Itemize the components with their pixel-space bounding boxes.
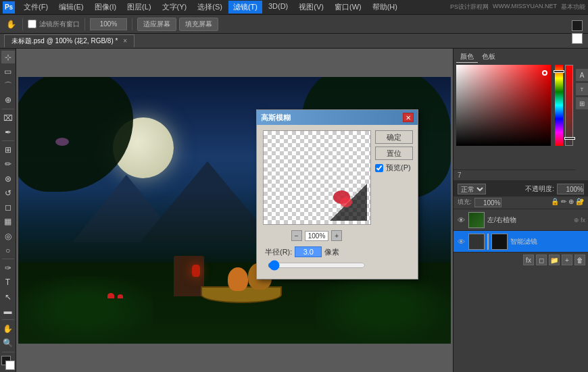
menu-3d[interactable]: 3D(D) [264, 1, 293, 14]
marquee-tool[interactable]: ▭ [1, 65, 15, 78]
canvas-area[interactable]: 高斯模糊 ✕ [16, 49, 453, 372]
background-swatch[interactable] [572, 33, 583, 44]
layer-item-1[interactable]: 👁 智能滤镜 [454, 231, 588, 253]
lasso-tool[interactable]: ⌒ [1, 80, 15, 92]
radius-input[interactable] [295, 246, 322, 257]
zoom-out-button[interactable]: − [291, 230, 302, 241]
color-tab[interactable]: 颜色 [456, 51, 478, 63]
fill-input[interactable] [474, 198, 501, 207]
toolbar-sep-1 [22, 18, 23, 30]
menu-help[interactable]: 帮助(H) [368, 1, 402, 14]
watermark-right2: 基本功能 [561, 3, 585, 11]
eraser-tool[interactable]: ◻ [1, 201, 15, 213]
lock-position-icon[interactable]: ⊕ [568, 198, 574, 207]
tool-sep-5 [2, 352, 14, 352]
add-mask-button[interactable]: ◻ [536, 255, 547, 265]
blend-mode-select[interactable]: 正常 [458, 184, 486, 194]
menu-view[interactable]: 视图(V) [294, 1, 328, 14]
layer-thumbnail-1 [468, 234, 485, 250]
number-display: 7 [454, 170, 588, 181]
radius-unit: 像素 [324, 247, 339, 257]
right-tool-3[interactable]: ⊞ [576, 97, 588, 109]
dodge-tool[interactable]: ○ [1, 244, 15, 257]
stamp-tool[interactable]: ⊛ [1, 172, 15, 185]
swatch-tab[interactable]: 色板 [478, 51, 499, 63]
layer-item-0[interactable]: 👁 左/右植物 ⊕ fx [454, 209, 588, 231]
hand-tool[interactable]: ✋ [1, 322, 15, 335]
toolbar: ✋ 滤镜所有窗口 适应屏幕 填充屏幕 [0, 15, 588, 34]
layer-name-0: 左/右植物 [487, 215, 571, 225]
pen-tool[interactable]: ✑ [1, 261, 15, 274]
alpha-bar[interactable] [565, 65, 573, 146]
right-tool-1[interactable]: A [576, 69, 588, 81]
move-tool[interactable]: ⊹ [1, 51, 15, 63]
menu-file[interactable]: 文件(F) [19, 1, 53, 14]
lock-all-icon[interactable]: 🔐 [576, 198, 584, 207]
menu-window[interactable]: 窗口(W) [330, 1, 366, 14]
right-panel: 颜色 色板 [453, 49, 588, 372]
layer-icons-0: ⊕ fx [574, 217, 585, 223]
background-color[interactable] [5, 361, 15, 370]
history-brush-tool[interactable]: ↺ [1, 186, 15, 199]
hand-tool-icon[interactable]: ✋ [4, 18, 18, 31]
preview-content [330, 184, 367, 221]
color-gradient-box[interactable] [456, 65, 551, 146]
right-tool-options: A T ⊞ [576, 49, 588, 170]
hue-indicator [554, 70, 564, 73]
fit-screen-button[interactable]: 适应屏幕 [137, 18, 176, 31]
text-tool[interactable]: T [1, 276, 15, 289]
new-group-button[interactable]: 📁 [549, 255, 560, 265]
quick-select-tool[interactable]: ⊕ [1, 94, 15, 107]
tab-bar: 未标题.psd @ 100% (花2, RGB/8) * × [0, 34, 588, 49]
color-hue-bar[interactable] [555, 65, 563, 146]
path-select-tool[interactable]: ↖ [1, 290, 15, 303]
lock-transparent-icon[interactable]: 🔒 [551, 198, 559, 207]
brush-tool[interactable]: ✏ [1, 158, 15, 171]
dialog-radius-row: 半径(R): 像素 [262, 246, 371, 257]
shape-tool[interactable]: ▬ [1, 304, 15, 317]
menu-text[interactable]: 文字(Y) [157, 1, 192, 14]
new-layer-button[interactable]: + [562, 255, 572, 265]
menu-select[interactable]: 选择(S) [193, 1, 227, 14]
blur-tool[interactable]: ◎ [1, 230, 15, 242]
zoom-input[interactable] [90, 18, 127, 30]
mushroom-group [106, 292, 123, 300]
layer-visibility-1[interactable]: 👁 [456, 237, 466, 246]
filter-all-windows-checkbox[interactable] [28, 20, 36, 28]
right-tool-2[interactable]: T [576, 83, 588, 95]
tool-sep-4 [2, 319, 14, 320]
menu-image[interactable]: 图像(I) [90, 1, 121, 14]
healing-tool[interactable]: ⊞ [1, 143, 15, 156]
radius-slider[interactable] [268, 261, 366, 269]
radius-slider-row [262, 261, 371, 273]
tab-label: 未标题.psd @ 100% (花2, RGB/8) * [11, 37, 118, 45]
opacity-input[interactable] [557, 184, 584, 194]
add-style-button[interactable]: fx [523, 255, 534, 265]
tool-sep-3 [2, 259, 14, 259]
app-logo: Ps [3, 1, 15, 14]
ok-button[interactable]: 确定 [375, 130, 413, 144]
tab-close-icon[interactable]: × [123, 37, 127, 45]
fern-left [18, 276, 153, 344]
preview-checkbox-row: 预览(P) [375, 163, 413, 173]
foreground-swatch[interactable] [572, 20, 583, 31]
delete-layer-button[interactable]: 🗑 [574, 255, 585, 265]
menu-bar: Ps 文件(F) 编辑(E) 图像(I) 图层(L) 文字(Y) 选择(S) 滤… [0, 0, 588, 15]
menu-edit[interactable]: 编辑(E) [54, 1, 89, 14]
layer-visibility-0[interactable]: 👁 [456, 215, 466, 225]
menu-layer[interactable]: 图层(L) [122, 1, 155, 14]
zoom-in-button[interactable]: + [331, 230, 342, 241]
gradient-tool[interactable]: ▦ [1, 215, 15, 228]
eyedropper-tool[interactable]: ✒ [1, 126, 15, 138]
menu-filter[interactable]: 滤镜(T) [228, 1, 262, 14]
fill-screen-button[interactable]: 填充屏幕 [179, 18, 218, 31]
document-tab[interactable]: 未标题.psd @ 100% (花2, RGB/8) * × [4, 34, 134, 47]
preview-checkbox[interactable] [375, 164, 383, 172]
dialog-close-button[interactable]: ✕ [403, 113, 414, 122]
reset-button[interactable]: 置位 [375, 147, 413, 160]
crop-tool[interactable]: ⌧ [1, 111, 15, 124]
zoom-tool[interactable]: 🔍 [1, 337, 15, 350]
color-side-tools [572, 20, 583, 44]
lock-image-icon[interactable]: ✏ [561, 198, 566, 207]
toolbar-sep-2 [84, 18, 85, 30]
